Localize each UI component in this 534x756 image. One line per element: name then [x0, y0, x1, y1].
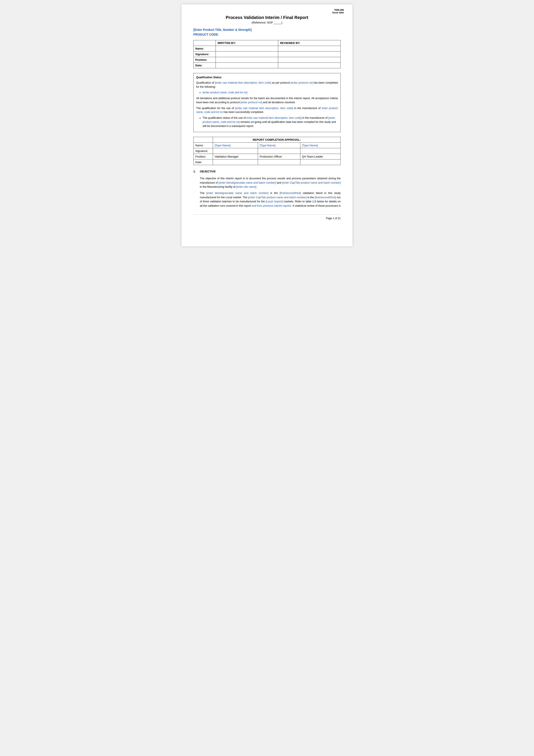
obj-blend-link1[interactable]: [enter blend/granulate name and batch nu… — [219, 181, 276, 184]
table-row: Name: — [193, 46, 341, 51]
qual-para1: Qualification of [enter raw material ite… — [196, 81, 338, 89]
approval-date-col2[interactable] — [258, 159, 300, 165]
page-footer: Page 1 of 21 — [193, 214, 341, 220]
page-subtitle: (Reference: SOP _____) — [193, 21, 341, 24]
qual-protocol-link1[interactable]: [enter protocol no] — [291, 81, 313, 84]
objective-section: 1. OBJECTIVE The objective of this inter… — [193, 170, 341, 208]
page-container: TEM-295 Issue date Process Validation In… — [182, 4, 352, 246]
obj-ordinal-link2[interactable]: [first/second/third] — [315, 196, 336, 199]
signature-label: Signature: — [193, 51, 216, 57]
obj-site-link[interactable]: [enter site name]. — [236, 185, 257, 188]
objective-para2: The [enter blend/granulate name and batc… — [200, 191, 341, 208]
approval-pos-col3: QA Team-Leader — [300, 154, 341, 159]
document-ref: TEM-295 Issue date — [332, 9, 344, 14]
approval-name-col3[interactable]: [Type Name] — [300, 143, 341, 148]
qual-para1-mid: as per protocol — [271, 81, 291, 84]
approval-sig-col1[interactable] — [213, 148, 258, 154]
approval-position-row: Position: Validation Manager Production … — [193, 154, 341, 159]
qual-bullet-item1: [enter product name, code and lot no] — [203, 91, 338, 94]
approval-name-col2[interactable]: [Type Name] — [258, 143, 300, 148]
date-label: Date: — [193, 63, 216, 68]
product-code-label: PRODUCT CODE: — [193, 33, 341, 36]
approval-table: REPORT COMPLETION APPROVAL: Name: [Type … — [193, 137, 341, 165]
obj-p1-mid: and — [276, 181, 282, 184]
qual-para3-start: The qualification for the use of — [196, 107, 235, 110]
obj-p2-mid3: is the — [307, 196, 315, 199]
approval-sig-label: Signature: — [193, 148, 213, 154]
approval-name-label: Name: — [193, 143, 213, 148]
tem-code: TEM-295 — [332, 9, 344, 11]
qual-protocol-link2[interactable]: [enter protocol no] — [241, 101, 262, 104]
qual-raw-material-link1[interactable]: [enter raw material item description, it… — [215, 81, 271, 84]
written-by-position[interactable] — [216, 57, 278, 63]
approval-date-label: Date: — [193, 159, 213, 165]
qual-bullet-item2: The qualification status of the use of e… — [203, 116, 338, 128]
qual-status-title: Qualification Status — [196, 75, 338, 80]
obj-captab-link2[interactable]: [enter Cap/Tab product name and batch nu… — [248, 196, 307, 199]
qual-para3-mid: in the manufacture of — [293, 107, 322, 110]
reviewed-by-position[interactable] — [278, 57, 341, 63]
reviewed-by-signature[interactable] — [278, 51, 341, 57]
reviewed-by-name[interactable] — [278, 46, 341, 51]
table-row: Date: — [193, 63, 341, 68]
name-label: Name: — [193, 46, 216, 51]
qual-para3: The qualification for the use of [enter … — [196, 106, 338, 115]
qualification-status-box: Qualification Status Qualification of [e… — [193, 73, 341, 132]
objective-para1: The objective of this interim report is … — [200, 176, 341, 189]
approval-pos-label: Position: — [193, 154, 213, 159]
approval-header-label: REPORT COMPLETION APPROVAL: — [213, 137, 341, 143]
product-title-link[interactable]: [Enter Product Title, Number & Strength] — [193, 28, 341, 32]
approval-name-row: Name: [Type Name] [Type Name] [Type Name… — [193, 143, 341, 148]
obj-captab-link1[interactable]: [enter Cap/Tab product name and batch nu… — [282, 181, 341, 184]
qual-raw-mat-link3[interactable]: enter raw material item description, ite… — [246, 116, 302, 120]
obj-prev-reports-link[interactable]: and from previous interim reports. — [252, 204, 292, 207]
qual-para2: All deviations and additional protocol r… — [196, 96, 338, 104]
written-by-signature[interactable] — [216, 51, 278, 57]
qual-para1-start: Qualification of — [196, 81, 215, 84]
obj-p1-end: in the Manufacturing facility at — [200, 185, 236, 188]
objective-number: 1. — [193, 170, 200, 175]
issue-date-label: Issue date — [332, 11, 344, 14]
approval-header-row: REPORT COMPLETION APPROVAL: — [193, 137, 341, 143]
written-by-name[interactable] — [216, 46, 278, 51]
objective-title: OBJECTIVE — [200, 170, 216, 173]
qual-bullet2-mid: in the manufacture of — [301, 116, 328, 120]
obj-market-link[interactable]: [Local /export] — [266, 200, 283, 203]
written-by-date[interactable] — [216, 63, 278, 68]
approval-date-col3[interactable] — [300, 159, 341, 165]
obj-ordinal-link1[interactable]: [first/second/third] — [280, 192, 301, 195]
obj-p2-final: A statistical review of these processes … — [292, 204, 341, 207]
approval-date-col1[interactable] — [213, 159, 258, 165]
position-label: Position: — [193, 57, 216, 63]
approval-sig-col3[interactable] — [300, 148, 341, 154]
objective-header-row: 1. OBJECTIVE — [193, 170, 341, 175]
qual-para3-end: has been successfully completed. — [223, 111, 264, 114]
obj-blend-link2[interactable]: [enter blend/granulate name and batch nu… — [206, 192, 268, 195]
qual-raw-material-link2[interactable]: [enter raw material item description, it… — [235, 107, 293, 110]
approval-signature-row: Signature: — [193, 148, 341, 154]
signature-table: WRITTEN BY: REVIEWED BY: Name: Signature… — [193, 40, 341, 68]
approval-name-col1[interactable]: [Type Name] — [213, 143, 258, 148]
page-number: Page 1 of 21 — [326, 217, 341, 220]
table-row: Position: — [193, 57, 341, 63]
written-by-header: WRITTEN BY: — [216, 40, 278, 46]
qual-bullet2-start: The qualification status of the use of — [203, 116, 246, 120]
obj-p2-start: The — [200, 192, 206, 195]
obj-p2-mid1: is the — [268, 192, 280, 195]
reviewed-by-header: REVIEWED BY: — [278, 40, 341, 46]
approval-date-row: Date: — [193, 159, 341, 165]
qual-bullet-list2: The qualification status of the use of e… — [203, 116, 338, 128]
page-title: Process Validation Interim / Final Repor… — [193, 15, 341, 20]
reviewed-by-date[interactable] — [278, 63, 341, 68]
approval-pos-col2: Production Officer — [258, 154, 300, 159]
approval-sig-col2[interactable] — [258, 148, 300, 154]
qual-para2-end: and all deviations resolved. — [262, 101, 295, 104]
qual-bullet-list: [enter product name, code and lot no] — [203, 91, 338, 94]
table-row: Signature: — [193, 51, 341, 57]
approval-pos-col1: Validation Manager — [213, 154, 258, 159]
